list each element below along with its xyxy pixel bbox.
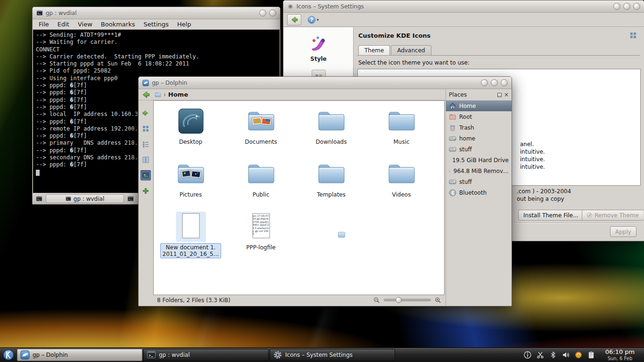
minimize-button[interactable] <box>259 9 266 16</box>
place-trash[interactable]: Trash <box>446 122 512 133</box>
breadcrumb-separator: › <box>164 91 166 98</box>
terminal-titlebar[interactable]: gp : wvdial <box>33 7 280 19</box>
place-root[interactable]: Root <box>446 111 512 122</box>
style-category-label[interactable]: Style <box>310 56 326 62</box>
close-button[interactable] <box>633 3 640 10</box>
preview-button[interactable] <box>140 170 151 181</box>
kde-menu-button[interactable] <box>1 349 16 362</box>
tool-icon <box>142 109 149 117</box>
menu-item[interactable]: View <box>74 21 97 28</box>
item-new-document[interactable]: New document 1. 2011_01_20_16_5… <box>156 209 226 262</box>
close-button[interactable] <box>501 79 508 86</box>
help-icon <box>307 16 316 24</box>
clock[interactable]: 06:10 pm Sun, 6 Feb <box>599 349 641 361</box>
terminal-window-title: gp : wvdial <box>46 10 76 16</box>
place-label: Trash <box>459 124 474 131</box>
minimize-button[interactable] <box>613 3 620 10</box>
icons-view-button[interactable] <box>140 123 151 134</box>
terminal-tab-label: gp : wvdial <box>74 196 104 202</box>
back-button[interactable] <box>141 90 150 99</box>
tab-advanced[interactable]: Advanced <box>391 45 431 55</box>
menu-item[interactable]: Help <box>173 21 196 28</box>
system-tray <box>521 351 598 359</box>
file-label: PPP-logfile <box>244 243 278 252</box>
task-dolphin[interactable]: gp – Dolphin <box>17 349 142 361</box>
item-videos[interactable]: Videos <box>366 156 437 209</box>
item-music[interactable]: Music <box>366 104 437 156</box>
maximize-button[interactable] <box>491 79 498 86</box>
minimize-button[interactable] <box>481 79 488 86</box>
desktop: gp : wvdial FileEditViewBookmarksSetting… <box>0 0 644 362</box>
tool-icon <box>142 172 149 179</box>
file-label: Downloads <box>314 138 349 146</box>
maximize-button[interactable] <box>623 3 630 10</box>
breadcrumb-root-icon[interactable] <box>155 91 161 98</box>
task-konsole[interactable]: gp : wvdial <box>143 349 269 361</box>
remove-theme-button[interactable]: Remove Theme <box>582 210 644 221</box>
item-documents[interactable]: Documents <box>226 104 296 156</box>
place-icon <box>449 135 456 142</box>
task-list: gp – Dolphin gp : wvdial Icons – System … <box>17 349 395 361</box>
menu-item[interactable]: File <box>34 21 53 28</box>
item-desktop[interactable]: Desktop <box>156 104 226 156</box>
tool-icon <box>142 140 149 148</box>
tab-theme[interactable]: Theme <box>358 45 390 55</box>
place-home[interactable]: Home <box>446 100 512 111</box>
maximize-button[interactable] <box>269 9 276 16</box>
updates-icon[interactable] <box>574 351 583 359</box>
details-view-button[interactable] <box>140 139 151 149</box>
place-home-partition[interactable]: home <box>446 133 512 144</box>
menu-item[interactable]: Bookmarks <box>97 21 140 28</box>
place-hard-drive[interactable]: 19.5 GiB Hard Drive <box>446 155 512 165</box>
tool-icon <box>142 156 149 164</box>
dolphin-app-icon <box>142 80 149 86</box>
apply-button[interactable]: Apply <box>610 226 636 237</box>
item-public[interactable]: Public <box>226 156 296 209</box>
task-systemsettings[interactable]: Icons – System Settings <box>270 349 395 361</box>
place-removable[interactable]: 964.8 MiB Remov… <box>446 165 512 176</box>
new-tab-icon[interactable] <box>34 194 44 203</box>
place-label: Root <box>459 114 472 120</box>
file-label: Templates <box>314 190 348 199</box>
close-tab-icon[interactable] <box>126 194 135 203</box>
settings-titlebar[interactable]: Icons – System Settings <box>283 0 644 13</box>
close-panel-icon[interactable]: × <box>504 92 509 98</box>
item-ppp-logfile[interactable]: Jan 17 09:47:18 gp-Aspire-5738 pppd[1946… <box>226 209 296 262</box>
split-view-button[interactable] <box>140 186 151 196</box>
clipboard-icon[interactable] <box>587 351 595 359</box>
zoom-slider[interactable] <box>384 299 431 301</box>
forward-button[interactable] <box>140 108 151 118</box>
item-pictures[interactable]: Pictures <box>156 156 226 209</box>
menu-item[interactable]: Settings <box>139 21 173 28</box>
terminal-tab[interactable]: gp : wvdial <box>46 194 124 203</box>
menu-item[interactable]: Edit <box>53 21 74 28</box>
columns-view-button[interactable] <box>140 155 151 165</box>
help-button[interactable]: ▾ <box>306 14 320 25</box>
place-stuff-1[interactable]: stuff <box>446 144 512 155</box>
file-icon <box>176 212 206 242</box>
place-stuff-2[interactable]: stuff <box>446 176 512 187</box>
terminal-line: --> Waiting for carrier. <box>36 39 277 46</box>
dolphin-titlebar[interactable]: gp – Dolphin <box>139 77 512 89</box>
notifications-icon[interactable] <box>523 351 532 359</box>
task-icon <box>147 350 156 360</box>
zoom-out-icon[interactable] <box>373 297 380 304</box>
place-bluetooth[interactable]: Bluetooth <box>446 187 512 198</box>
breadcrumb-home[interactable]: Home <box>168 91 188 98</box>
volume-icon[interactable] <box>561 351 570 359</box>
overview-grid-icon[interactable] <box>629 32 637 39</box>
theme-list-fragment: intuitive. <box>520 148 545 156</box>
item-downloads[interactable]: Downloads <box>296 104 366 156</box>
theme-list-fragments: anel.intuitive.intuitive.intuitive. <box>520 140 545 171</box>
back-button[interactable] <box>287 14 301 25</box>
zoom-slider-handle[interactable] <box>396 297 402 303</box>
file-icon <box>176 159 206 189</box>
detach-panel-icon[interactable] <box>497 93 502 97</box>
item-templates[interactable]: Templates <box>296 156 366 209</box>
klipper-icon[interactable] <box>536 351 545 359</box>
bluetooth-icon[interactable] <box>549 351 557 359</box>
style-category-icon[interactable] <box>309 34 328 53</box>
install-theme-button[interactable]: Install Theme File... <box>518 210 584 221</box>
terminal-cursor <box>36 170 40 176</box>
zoom-in-icon[interactable] <box>435 297 441 304</box>
